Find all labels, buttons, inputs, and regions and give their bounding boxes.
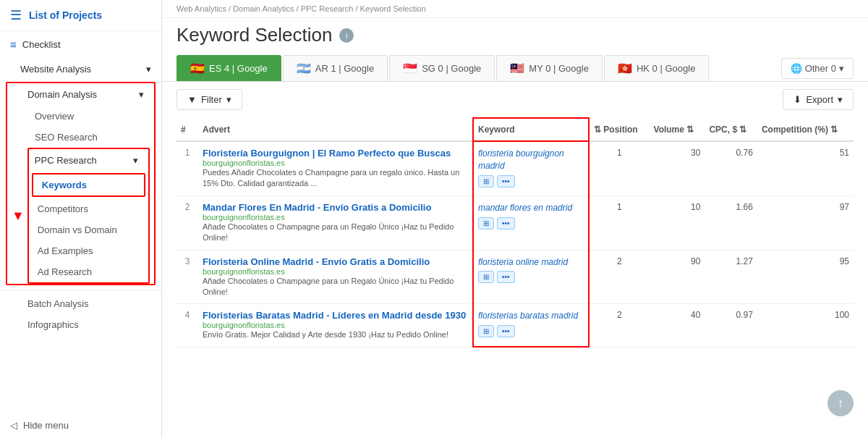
tab-sg-label: SG 0 | Google	[422, 63, 481, 74]
hamburger-icon[interactable]: ☰	[10, 7, 22, 23]
sidebar-sub-item-ad-research[interactable]: Ad Research	[29, 261, 148, 282]
keyword-container-0: floristeria bourguignon madrid ⊞ •••	[478, 148, 584, 188]
keyword-container-3: floristerias baratas madrid ⊞ •••	[478, 310, 584, 337]
keyword-btn-table-0[interactable]: ⊞	[478, 175, 494, 188]
advert-title-0[interactable]: Floristería Bourguignon | El Ramo Perfec…	[203, 148, 468, 159]
hide-menu-button[interactable]: ◁ Hide menu	[0, 413, 161, 438]
advert-title-3[interactable]: Floristerias Baratas Madrid - Líderes en…	[203, 310, 468, 321]
cell-advert-1: Mandar Flores En Madrid - Envío Gratis a…	[198, 195, 473, 250]
sidebar-item-website-analysis[interactable]: Website Analysis ▾	[0, 58, 161, 80]
cell-advert-3: Floristerias Baratas Madrid - Líderes en…	[198, 304, 473, 347]
sidebar-item-domain-analysis[interactable]: Domain Analysis ▾	[7, 83, 154, 106]
data-table: # Advert Keyword ⇅ Position Volume ⇅ CPC…	[176, 117, 854, 348]
cell-position-1: 1	[589, 195, 650, 250]
page-header: Keyword Selection i	[162, 18, 868, 55]
tab-ar[interactable]: 🇦🇷 AR 1 | Google	[283, 55, 388, 81]
keyword-btn-more-1[interactable]: •••	[497, 217, 515, 229]
filter-button[interactable]: ▼ Filter ▾	[176, 89, 242, 110]
sort-icon-pos: ⇅	[594, 125, 601, 135]
list-of-projects-link[interactable]: List of Projects	[29, 9, 102, 21]
batch-analysis-label: Batch Analysis	[27, 298, 89, 309]
divider-1	[0, 290, 161, 290]
tab-other[interactable]: 🌐 Other 0 ▾	[781, 58, 854, 79]
cell-advert-2: Floristeria Online Madrid - Envío Gratis…	[198, 250, 473, 304]
advert-url-1: bourguignonfloristas.es	[203, 213, 468, 222]
col-position[interactable]: ⇅ Position	[589, 118, 650, 141]
advert-desc-3: Envío Gratis. Mejor Calidad y Arte desde…	[203, 329, 468, 340]
advert-desc-1: Añade Chocolates o Champagne para un Reg…	[203, 222, 468, 244]
domain-vs-domain-label: Domain vs Domain	[38, 224, 117, 235]
chevron-icon: ▾	[146, 64, 151, 75]
advert-title-1[interactable]: Mandar Flores En Madrid - Envío Gratis a…	[203, 202, 468, 213]
breadcrumb-domain-analytics[interactable]: Domain Analytics	[233, 4, 294, 13]
ppc-research-outline: PPC Research ▾ Keywords Competitors Doma…	[27, 148, 150, 284]
cell-keyword-3: floristerias baratas madrid ⊞ •••	[473, 304, 589, 347]
col-advert: Advert	[198, 118, 473, 141]
col-competition[interactable]: Competition (%) ⇅	[757, 118, 854, 141]
keyword-btn-more-2[interactable]: •••	[497, 271, 515, 283]
keyword-text-3: floristerias baratas madrid	[478, 310, 584, 322]
sidebar-item-ppc-research[interactable]: PPC Research ▾	[29, 149, 148, 172]
flag-hk: 🇭🇰	[618, 62, 632, 75]
tab-es[interactable]: 🇪🇸 ES 4 | Google	[176, 55, 281, 81]
sidebar-sub-item-seo-research[interactable]: SEO Research	[7, 127, 154, 148]
hide-menu-label: Hide menu	[23, 420, 69, 431]
sort-icon-comp: ⇅	[830, 125, 838, 135]
keyword-actions-1: ⊞ •••	[478, 217, 584, 229]
advert-desc-2: Añade Chocolates o Champagne para un Reg…	[203, 276, 468, 298]
tab-hk[interactable]: 🇭🇰 HK 0 | Google	[604, 55, 709, 81]
export-button[interactable]: ⬇ Export ▾	[783, 89, 854, 110]
cell-cpc-0: 0.76	[705, 141, 757, 195]
cell-position-2: 2	[589, 250, 650, 304]
sidebar-sub-item-infographics[interactable]: Infographics	[0, 314, 161, 335]
domain-analysis-outline: Domain Analysis ▾ Overview SEO Research …	[6, 82, 156, 285]
tab-ar-label: AR 1 | Google	[315, 63, 374, 74]
cell-cpc-1: 1.66	[705, 195, 757, 250]
sidebar-sub-item-batch-analysis[interactable]: Batch Analysis	[0, 293, 161, 314]
sidebar-sub-item-domain-vs-domain[interactable]: Domain vs Domain	[29, 219, 148, 240]
sidebar-sub-item-competitors[interactable]: Competitors	[29, 198, 148, 219]
filter-icon: ▼	[187, 94, 197, 105]
cell-keyword-0: floristeria bourguignon madrid ⊞ •••	[473, 141, 589, 195]
col-volume[interactable]: Volume ⇅	[650, 118, 705, 141]
breadcrumb-ppc-research[interactable]: PPC Research	[301, 4, 354, 13]
competitors-label: Competitors	[38, 203, 88, 214]
keyword-container-1: mandar flores en madrid ⊞ •••	[478, 202, 584, 229]
col-cpc[interactable]: CPC, $ ⇅	[705, 118, 757, 141]
chevron-icon-da: ▾	[139, 89, 144, 100]
keyword-btn-more-3[interactable]: •••	[497, 325, 515, 337]
infographics-label: Infographics	[27, 319, 79, 330]
hide-menu-icon: ◁	[10, 420, 17, 431]
advert-desc-0: Puedes Añadir Chocolates o Champagne par…	[203, 167, 468, 190]
tab-es-label: ES 4 | Google	[209, 63, 268, 74]
sidebar-sub-item-ad-examples[interactable]: Ad Examples	[29, 240, 148, 261]
keyword-actions-3: ⊞ •••	[478, 325, 584, 337]
info-icon[interactable]: i	[339, 28, 354, 43]
table-wrapper: # Advert Keyword ⇅ Position Volume ⇅ CPC…	[162, 117, 868, 438]
cell-num-0: 1	[176, 141, 198, 195]
sidebar-sub-item-keywords[interactable]: Keywords	[33, 174, 144, 195]
cell-competition-2: 95	[757, 250, 854, 304]
filter-chevron: ▾	[226, 94, 231, 105]
keyword-btn-more-0[interactable]: •••	[497, 175, 515, 188]
sidebar-header[interactable]: ☰ List of Projects	[0, 0, 161, 31]
cell-cpc-3: 0.97	[705, 304, 757, 347]
keyword-btn-table-1[interactable]: ⊞	[478, 217, 494, 229]
sidebar-item-checklist[interactable]: ≡ Checklist	[0, 31, 161, 58]
scroll-top-button[interactable]: ↑	[827, 390, 854, 416]
cell-competition-1: 97	[757, 195, 854, 250]
keyword-btn-table-3[interactable]: ⊞	[478, 325, 494, 337]
globe-icon: 🌐	[791, 63, 802, 74]
tab-my[interactable]: 🇲🇾 MY 0 | Google	[496, 55, 603, 81]
advert-title-2[interactable]: Floristeria Online Madrid - Envío Gratis…	[203, 256, 468, 267]
tab-sg[interactable]: 🇸🇬 SG 0 | Google	[389, 55, 495, 81]
cell-keyword-1: mandar flores en madrid ⊞ •••	[473, 195, 589, 250]
table-row: 4 Floristerias Baratas Madrid - Líderes …	[176, 304, 854, 347]
breadcrumb-web-analytics[interactable]: Web Analytics	[176, 4, 226, 13]
advert-url-2: bourguignonfloristas.es	[203, 267, 468, 276]
sidebar-sub-item-overview[interactable]: Overview	[7, 106, 154, 127]
flag-sg: 🇸🇬	[403, 62, 417, 75]
flag-ar: 🇦🇷	[297, 62, 311, 75]
download-icon: ⬇	[793, 94, 801, 105]
keyword-btn-table-2[interactable]: ⊞	[478, 271, 494, 283]
